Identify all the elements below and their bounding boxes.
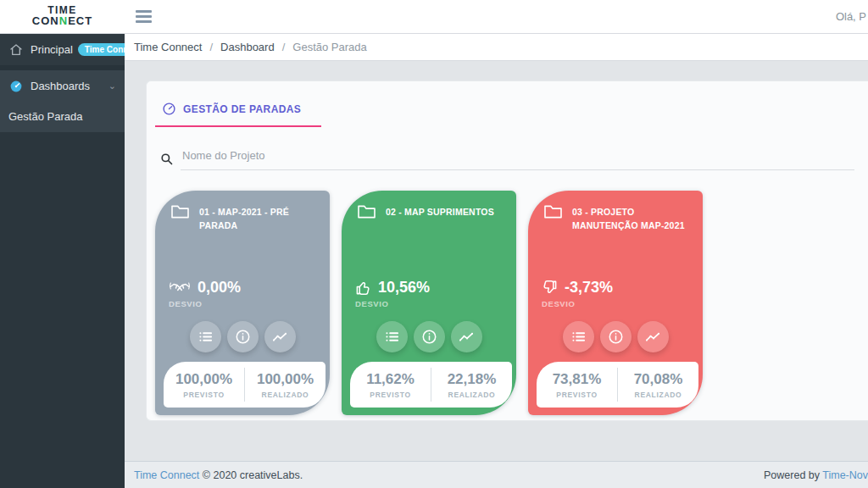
app-window: TIME CONNECT Olá, P Principal Time Conne…: [0, 0, 868, 488]
card-actions: [155, 321, 330, 352]
info-icon: [421, 329, 437, 345]
trend-icon: [272, 330, 287, 345]
main-panel: GESTÃO DE PARADAS: [125, 61, 868, 461]
footer-brand-link[interactable]: Time Connect: [134, 469, 199, 481]
project-search: [159, 146, 854, 170]
sidebar-toggle-button[interactable]: [126, 0, 160, 34]
sidebar-item-label: Principal: [31, 43, 73, 56]
tab-gestao-de-paradas[interactable]: GESTÃO DE PARADAS: [162, 102, 301, 116]
home-icon: [8, 42, 23, 57]
breadcrumb-item-dashboard[interactable]: Dashboard: [220, 41, 275, 53]
active-tab-wrap: GESTÃO DE PARADAS: [155, 102, 321, 127]
realizado-label: REALIZADO: [245, 391, 326, 399]
realizado-stat: 70,08% REALIZADO: [618, 371, 698, 399]
realizado-value: 70,08%: [618, 371, 698, 388]
trend-icon: [459, 330, 474, 345]
list-icon: [571, 330, 586, 344]
desvio-label: DESVIO: [542, 299, 703, 308]
card-header: 03 - PROJETO MANUTENÇÃO MAP-2021: [528, 191, 703, 233]
footer: Time Connect © 2020 creativeLabs. Powere…: [125, 461, 868, 488]
desvio-block: -3,73% DESVIO: [528, 279, 703, 308]
card-actions: [528, 321, 703, 352]
handshake-icon: [169, 280, 191, 295]
project-card: 01 - MAP-2021 - PRÉ PARADA 0,00% DESVIO: [155, 191, 330, 415]
previsto-stat: 11,62% PREVISTO: [350, 371, 431, 399]
topbar: TIME CONNECT Olá, P: [0, 0, 868, 34]
previsto-value: 73,81%: [537, 371, 617, 388]
card-header: 02 - MAP SUPRIMENTOS: [342, 191, 516, 219]
list-button[interactable]: [376, 321, 408, 352]
sidebar-nav-group: Dashboards ⌄ Gestão Parada: [0, 70, 125, 132]
desvio-value: 10,56%: [378, 279, 430, 297]
desvio-label: DESVIO: [355, 299, 516, 308]
card-actions: [342, 321, 516, 352]
dashboard-card-container: GESTÃO DE PARADAS: [146, 80, 868, 421]
breadcrumb-separator: /: [209, 41, 213, 53]
folder-icon: [543, 203, 563, 219]
card-stats-panel: 100,00% PREVISTO 100,00% REALIZADO: [164, 362, 326, 408]
sidebar-item-label: Gestão Parada: [8, 110, 82, 123]
gauge-icon: [8, 79, 23, 93]
sidebar: Principal Time Connect Dashboards ⌄ Gest…: [0, 34, 125, 488]
content-area: Time Connect / Dashboard / Gestão Parada…: [125, 34, 868, 488]
search-input[interactable]: [181, 146, 854, 170]
previsto-stat: 100,00% PREVISTO: [164, 371, 244, 399]
sidebar-item-gestao-parada[interactable]: Gestão Parada: [0, 102, 125, 130]
desvio-block: 0,00% DESVIO: [155, 279, 330, 308]
desvio-value: -3,73%: [565, 279, 613, 297]
project-title: 03 - PROJETO MANUTENÇÃO MAP-2021: [572, 203, 693, 233]
thumbs-down-icon: [542, 280, 558, 296]
realizado-stat: 100,00% REALIZADO: [245, 371, 326, 399]
trend-button[interactable]: [637, 321, 669, 352]
list-button[interactable]: [190, 321, 221, 352]
trend-button[interactable]: [264, 321, 296, 352]
breadcrumb-separator: /: [282, 41, 286, 53]
previsto-stat: 73,81% PREVISTO: [537, 371, 617, 399]
card-stats-panel: 11,62% PREVISTO 22,18% REALIZADO: [350, 362, 512, 408]
project-cards: 01 - MAP-2021 - PRÉ PARADA 0,00% DESVIO: [155, 191, 868, 415]
previsto-label: PREVISTO: [164, 391, 244, 399]
info-button[interactable]: [600, 321, 632, 352]
folder-icon: [170, 203, 190, 219]
list-button[interactable]: [563, 321, 594, 352]
card-stats-panel: 73,81% PREVISTO 70,08% REALIZADO: [537, 362, 698, 408]
footer-powered-link[interactable]: Time-Nov: [822, 469, 868, 481]
card-header: 01 - MAP-2021 - PRÉ PARADA: [155, 191, 330, 233]
list-icon: [385, 330, 399, 344]
project-title: 02 - MAP SUPRIMENTOS: [386, 203, 494, 219]
desvio-value: 0,00%: [198, 279, 241, 297]
chevron-down-icon: ⌄: [108, 80, 116, 92]
gauge-icon: [162, 102, 176, 116]
previsto-label: PREVISTO: [350, 391, 431, 399]
previsto-label: PREVISTO: [537, 391, 617, 399]
tab-label: GESTÃO DE PARADAS: [183, 103, 301, 115]
breadcrumb-item-home[interactable]: Time Connect: [134, 41, 202, 53]
breadcrumb: Time Connect / Dashboard / Gestão Parada: [125, 34, 868, 61]
trend-button[interactable]: [451, 321, 482, 352]
footer-powered-by: Powered by: [764, 469, 820, 481]
info-button[interactable]: [414, 321, 445, 352]
realizado-label: REALIZADO: [431, 391, 512, 399]
previsto-value: 100,00%: [164, 371, 244, 388]
desvio-block: 10,56% DESVIO: [342, 279, 516, 308]
sidebar-item-label: Dashboards: [31, 80, 90, 92]
logo-green-n: N: [59, 14, 68, 27]
sidebar-item-principal[interactable]: Principal Time Connect: [0, 34, 125, 65]
app-logo[interactable]: TIME CONNECT: [0, 5, 125, 27]
search-icon: [160, 152, 173, 165]
folder-icon: [357, 203, 376, 219]
info-icon: [608, 329, 624, 345]
project-card: 02 - MAP SUPRIMENTOS 10,56% DESVIO: [342, 191, 516, 415]
info-button[interactable]: [227, 321, 259, 352]
realizado-stat: 22,18% REALIZADO: [431, 371, 512, 399]
project-card: 03 - PROJETO MANUTENÇÃO MAP-2021 -3,73% …: [528, 191, 703, 415]
realizado-label: REALIZADO: [618, 391, 698, 399]
realizado-value: 22,18%: [431, 371, 512, 388]
thumbs-up-icon: [355, 280, 371, 296]
project-title: 01 - MAP-2021 - PRÉ PARADA: [199, 203, 320, 233]
logo-text-bottom: CONNECT: [32, 15, 92, 27]
sidebar-item-dashboards[interactable]: Dashboards ⌄: [0, 70, 125, 102]
realizado-value: 100,00%: [245, 371, 326, 388]
hamburger-icon: [136, 10, 152, 13]
footer-copyright: © 2020 creativeLabs.: [203, 469, 303, 481]
